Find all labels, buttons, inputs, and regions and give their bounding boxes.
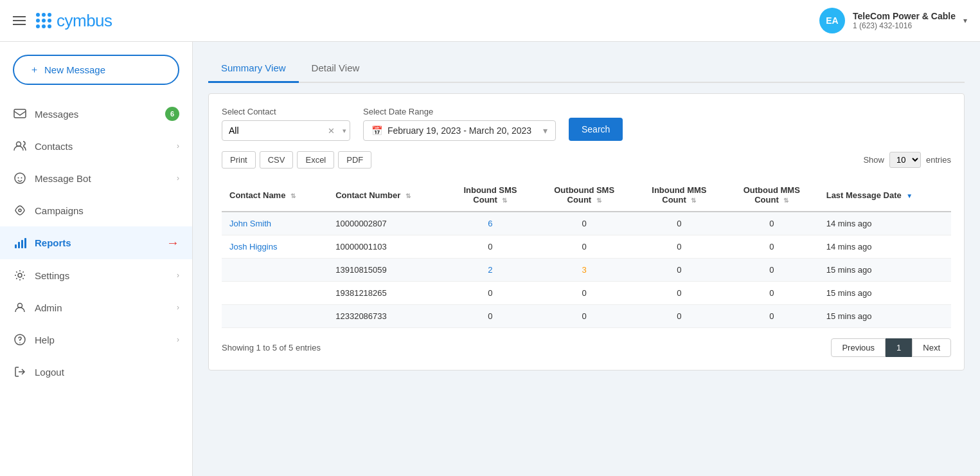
sidebar-item-campaigns[interactable]: Campaigns [0,194,192,226]
cell-outbound-mms: 0 [725,259,819,282]
nav-list: Messages 6 Contacts › Message Bot › [0,98,192,476]
cell-inbound-mms: 0 [634,282,725,305]
cell-outbound-mms: 0 [725,235,819,259]
cell-contact-number: 10000002807 [328,212,445,235]
cell-last-message-date: 14 mins ago [819,235,951,259]
filter-row: Select Contact All ✕ ▾ Select Date Range… [222,107,951,141]
cell-outbound-sms: 0 [535,235,634,259]
sidebar-item-label-campaigns: Campaigns [35,205,179,216]
cell-outbound-sms: 0 [535,212,634,235]
company-name: TeleCom Power & Cable [853,11,956,21]
help-chevron-icon: › [177,335,179,344]
new-message-label: New Message [44,64,105,75]
cell-inbound-sms: 6 [445,212,535,235]
col-inbound-mms[interactable]: Inbound MMSCount ⇅ [634,179,725,212]
cell-contact-number: 12332086733 [328,305,445,328]
sidebar-item-label-help: Help [35,334,169,345]
svg-rect-8 [21,240,23,248]
pagination-buttons: Previous 1 Next [831,338,951,357]
cell-inbound-mms: 0 [634,305,725,328]
cell-last-message-date: 15 mins ago [819,282,951,305]
sidebar-item-message-bot[interactable]: Message Bot › [0,162,192,194]
contact-select-wrap: All ✕ ▾ [222,120,350,141]
sidebar-item-label-reports: Reports [35,237,154,248]
col-inbound-sms[interactable]: Inbound SMSCount ⇅ [445,179,535,212]
tab-summary[interactable]: Summary View [208,55,299,83]
hamburger-menu[interactable] [13,16,26,25]
export-row: Print CSV Excel PDF Show 10 25 50 entrie… [222,151,951,169]
cell-outbound-mms: 0 [725,212,819,235]
sort-icon-contact-number: ⇅ [405,192,411,199]
cell-inbound-sms: 0 [445,282,535,305]
date-filter-group: Select Date Range 📅 February 19, 2023 - … [363,107,556,141]
campaigns-icon [13,203,27,217]
reports-panel: Select Contact All ✕ ▾ Select Date Range… [208,93,965,371]
pdf-button[interactable]: PDF [338,151,371,169]
settings-chevron-icon: › [177,271,179,280]
date-range-value: February 19, 2023 - March 20, 2023 [388,125,531,136]
avatar: EA [819,8,845,33]
sidebar-item-label-admin: Admin [35,302,169,313]
sidebar-item-settings[interactable]: Settings › [0,259,192,291]
main-layout: ＋ New Message Messages 6 Contacts › [0,42,980,476]
cell-outbound-mms: 0 [725,305,819,328]
date-filter-label: Select Date Range [363,107,556,116]
col-outbound-sms[interactable]: Outbound SMSCount ⇅ [535,179,634,212]
search-button[interactable]: Search [569,118,623,141]
show-label: Show [863,155,884,165]
excel-button[interactable]: Excel [297,151,334,169]
cell-inbound-sms: 2 [445,259,535,282]
sidebar-item-reports[interactable]: Reports → [0,226,192,259]
clear-contact-icon[interactable]: ✕ [328,126,335,136]
print-button[interactable]: Print [222,151,256,169]
tab-detail[interactable]: Detail View [299,55,373,83]
cell-contact-name [222,305,328,328]
csv-button[interactable]: CSV [260,151,294,169]
next-button[interactable]: Next [912,338,951,357]
previous-button[interactable]: Previous [831,338,886,357]
table-header: Contact Name ⇅ Contact Number ⇅ Inbound … [222,179,951,212]
export-buttons: Print CSV Excel PDF [222,151,371,169]
new-message-button[interactable]: ＋ New Message [13,55,179,85]
sidebar-item-contacts[interactable]: Contacts › [0,130,192,162]
sort-icon-inbound-sms: ⇅ [502,197,507,204]
col-contact-number[interactable]: Contact Number ⇅ [328,179,445,212]
col-last-message-date[interactable]: Last Message Date ▼ [819,179,951,212]
svg-rect-0 [14,109,26,118]
contact-filter-label: Select Contact [222,107,350,116]
svg-rect-9 [24,238,26,248]
svg-point-3 [18,178,19,179]
cell-inbound-sms: 0 [445,305,535,328]
contact-filter-group: Select Contact All ✕ ▾ [222,107,350,141]
sidebar-item-messages[interactable]: Messages 6 [0,98,192,130]
sidebar-item-help[interactable]: Help › [0,324,192,356]
cell-inbound-sms: 0 [445,235,535,259]
app-logo: cymbus [36,11,112,31]
sidebar-item-logout[interactable]: Logout [0,356,192,388]
sort-icon-outbound-mms: ⇅ [783,197,788,204]
company-phone: 1 (623) 432-1016 [853,21,956,30]
sort-icon-last-message-date: ▼ [906,192,913,199]
svg-rect-6 [15,244,17,248]
page-1-button[interactable]: 1 [886,338,912,357]
cell-outbound-sms: 3 [535,259,634,282]
logo-text: cymbus [57,11,112,31]
header-left: cymbus [13,11,112,31]
main-content: Summary View Detail View Select Contact … [193,42,980,476]
help-icon [13,333,27,347]
sort-icon-outbound-sms: ⇅ [596,197,601,204]
table-row: 19381218265 0 0 0 0 15 mins ago [222,282,951,305]
pagination-row: Showing 1 to 5 of 5 entries Previous 1 N… [222,338,951,357]
sidebar-item-label-settings: Settings [35,270,169,281]
sidebar-item-label-messages: Messages [35,109,157,120]
sidebar-item-admin[interactable]: Admin › [0,291,192,324]
messages-icon [13,107,27,121]
col-outbound-mms[interactable]: Outboud MMSCount ⇅ [725,179,819,212]
company-dropdown-icon[interactable]: ▾ [963,16,967,25]
col-contact-name[interactable]: Contact Name ⇅ [222,179,328,212]
cell-outbound-sms: 0 [535,282,634,305]
entries-select[interactable]: 10 25 50 [889,152,921,168]
svg-rect-7 [18,242,20,248]
cell-contact-name [222,282,328,305]
date-range-button[interactable]: 📅 February 19, 2023 - March 20, 2023 ▾ [363,120,556,141]
